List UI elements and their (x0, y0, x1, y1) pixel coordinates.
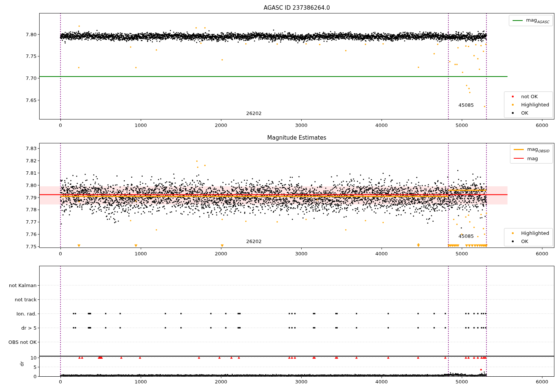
mag-obsid-line-swatch (514, 147, 524, 152)
middle-ytick-label: 7.83 (26, 146, 37, 151)
top-ytick-label: 7.65 (26, 97, 37, 103)
top-xtick-label: 3000 (295, 122, 307, 128)
bottom-xtick-label: 5000 (455, 379, 468, 385)
legend-row-ok-2: OK (508, 239, 549, 244)
ok-dot-swatch-2 (508, 239, 518, 244)
middle-ytick-label: 7.78 (26, 207, 37, 212)
middle-xtick-label: 5000 (455, 251, 468, 256)
legend-row-mag-agasc: magAGASC (513, 17, 549, 24)
middle-ytick-label: 7.82 (26, 158, 37, 163)
figure: AGASC ID 237386264.0 Magnitude Estimates… (0, 0, 560, 392)
bottom-xtick-label: 6000 (536, 379, 548, 385)
legend-middle-categories: Highlighted OK (504, 228, 553, 246)
legend-label-highlighted-2: Highlighted (521, 230, 549, 236)
top-xtick-label: 1000 (134, 122, 147, 128)
middle-xtick-label: 6000 (536, 251, 548, 256)
legend-label-mag: mag (527, 156, 538, 161)
legend-label-mag-obsid: magOBSID (527, 146, 549, 153)
middle-annotation-obsid-left: 26202 (246, 238, 261, 244)
legend-label-not-ok: not OK (521, 94, 538, 99)
legend-label-ok-2: OK (521, 239, 528, 244)
middle-ytick-label: 7.77 (26, 219, 37, 225)
top-plot-title: AGASC ID 237386264.0 (264, 4, 330, 11)
not-ok-dot-swatch (508, 94, 518, 99)
bottom-row-label: dr > 5 (21, 325, 37, 331)
legend-middle-lines: magOBSID mag (510, 144, 553, 164)
legend-row-ok: OK (508, 110, 549, 116)
bottom-xtick-label: 0 (59, 379, 62, 385)
bottom-row-label: OBS not OK (9, 339, 37, 345)
middle-ytick-label: 7.79 (26, 195, 37, 200)
middle-ytick-label: 7.76 (26, 231, 37, 237)
legend-row-highlighted: Highlighted (508, 102, 549, 108)
bottom-xtick-label: 4000 (375, 379, 388, 385)
legend-row-mag: mag (514, 156, 549, 161)
bottom-xtick-label: 3000 (295, 379, 307, 385)
mag-agasc-line-swatch (513, 18, 523, 23)
dr-ytick-label: 5 (34, 364, 37, 370)
plot-canvas (0, 0, 560, 392)
bottom-row-label: not track (15, 297, 37, 302)
dr-ytick-label: 0 (34, 373, 37, 379)
legend-label-ok: OK (521, 110, 528, 116)
top-xtick-label: 4000 (375, 122, 388, 128)
top-annotation-obsid-right: 45085 (458, 102, 474, 108)
top-ytick-label: 7.70 (26, 75, 37, 81)
middle-xtick-label: 4000 (375, 251, 388, 256)
ok-dot-swatch (508, 111, 518, 115)
legend-row-not-ok: not OK (508, 94, 549, 99)
middle-xtick-label: 0 (59, 251, 62, 256)
top-xtick-label: 5000 (455, 122, 468, 128)
legend-row-mag-obsid: magOBSID (514, 146, 549, 153)
bottom-xtick-label: 1000 (134, 379, 147, 385)
bottom-xtick-label: 2000 (215, 379, 227, 385)
bottom-row-label: Ion. rad. (16, 311, 37, 317)
bottom-row-label: not Kalman (9, 283, 37, 288)
middle-xtick-label: 3000 (295, 251, 307, 256)
legend-label-mag-agasc: magAGASC (526, 17, 549, 24)
legend-row-highlighted-2: Highlighted (508, 230, 549, 236)
top-xtick-label: 2000 (215, 122, 227, 128)
middle-ytick-label: 7.75 (26, 244, 37, 249)
middle-xtick-label: 1000 (134, 251, 147, 256)
highlighted-dot-swatch-2 (508, 231, 518, 236)
top-xtick-label: 6000 (536, 122, 548, 128)
top-xtick-label: 0 (59, 122, 62, 128)
top-annotation-obsid-left: 26202 (246, 111, 261, 116)
mag-line-swatch (514, 156, 524, 161)
highlighted-dot-swatch (508, 103, 518, 107)
legend-mag-agasc: magAGASC (509, 15, 553, 26)
middle-ytick-label: 7.81 (26, 170, 37, 175)
middle-xtick-label: 2000 (215, 251, 227, 256)
legend-top-categories: not OK Highlighted OK (504, 91, 553, 118)
dr-axis-label: dr (19, 361, 25, 367)
dr-ytick-label: 10 (30, 355, 37, 360)
middle-ytick-label: 7.80 (26, 182, 37, 188)
top-ytick-label: 7.75 (26, 53, 37, 59)
legend-label-highlighted: Highlighted (521, 102, 549, 108)
top-ytick-label: 7.80 (26, 31, 37, 37)
middle-annotation-obsid-right: 45085 (458, 233, 474, 239)
middle-plot-title: Magnitude Estimates (267, 134, 326, 141)
